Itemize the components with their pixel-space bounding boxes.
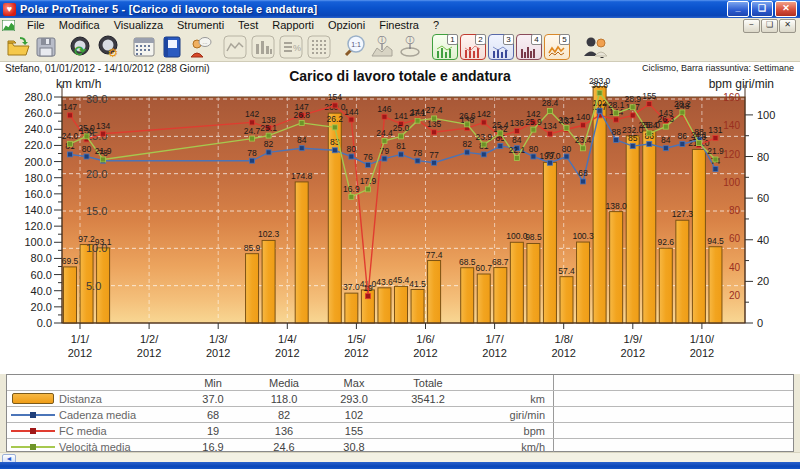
distance-bar-swatch (12, 393, 54, 404)
athletes-button[interactable] (579, 34, 613, 60)
svg-text:25.4: 25.4 (641, 120, 658, 130)
selection-info-button[interactable]: ⓘ (397, 34, 423, 60)
svg-text:60: 60 (729, 233, 741, 244)
svg-text:1/3/: 1/3/ (209, 333, 228, 345)
menu-item-test[interactable]: Test (231, 18, 265, 33)
magnifier-icon: 1:1 (342, 35, 366, 59)
svg-text:80: 80 (757, 151, 769, 163)
minimize-button[interactable]: _ (727, 1, 749, 17)
svg-text:160: 160 (723, 92, 740, 103)
save-button[interactable] (33, 34, 59, 60)
mdi-restore-button[interactable]: ❏ (761, 19, 778, 33)
window-title: Polar ProTrainer 5 - [Carico di lavoro t… (20, 3, 727, 15)
svg-text:1/7/: 1/7/ (485, 333, 504, 345)
menu-item-help[interactable]: ? (426, 18, 446, 33)
svg-text:80: 80 (729, 205, 741, 216)
svg-text:80: 80 (529, 144, 539, 154)
zoom-1to1-button[interactable]: 1:1 (341, 34, 367, 60)
menu-item-visualizza[interactable]: Visualizza (107, 18, 170, 33)
svg-text:92.6: 92.6 (658, 237, 675, 247)
chart-info-button[interactable]: ⓘ (369, 34, 395, 60)
transfer-from-watch-button[interactable]: ⟳ (68, 34, 94, 60)
watch-gear-icon: ⚙ (97, 35, 121, 59)
diary-button[interactable] (159, 34, 185, 60)
svg-text:26.1: 26.1 (558, 115, 575, 125)
bar-chart-view-button[interactable] (250, 34, 276, 60)
svg-text:⟳: ⟳ (74, 43, 86, 59)
svg-text:60: 60 (757, 192, 769, 204)
svg-text:28.4: 28.4 (542, 98, 559, 108)
svg-text:85: 85 (628, 133, 638, 143)
percent-report-button[interactable]: % (278, 34, 304, 60)
report-4-button[interactable]: 4 (516, 34, 542, 60)
svg-text:43.6: 43.6 (376, 277, 393, 287)
menu-item-rapporti[interactable]: Rapporti (265, 18, 321, 33)
report-5-button[interactable]: 5 (544, 34, 570, 60)
svg-text:142: 142 (477, 109, 491, 119)
cadence-line-swatch (11, 414, 55, 416)
row-media: 24.6 (249, 441, 319, 453)
svg-text:147: 147 (63, 102, 77, 112)
svg-text:100: 100 (757, 109, 775, 121)
row-unit: giri/min (467, 409, 553, 421)
menu-item-finestra[interactable]: Finestra (372, 18, 426, 33)
percent-list-icon: % (279, 35, 303, 59)
svg-text:21.9: 21.9 (95, 146, 112, 156)
svg-text:1/5/: 1/5/ (347, 333, 366, 345)
row-label: FC media (59, 425, 177, 437)
svg-text:27.4: 27.4 (426, 105, 443, 115)
svg-text:80: 80 (562, 144, 572, 154)
svg-text:24.0: 24.0 (62, 131, 79, 141)
menu-item-modifica[interactable]: Modifica (52, 18, 107, 33)
col-header-max: Max (319, 377, 389, 389)
report-3-button[interactable]: 3 (488, 34, 514, 60)
title-bar: ♥ Polar ProTrainer 5 - [Carico di lavoro… (0, 0, 800, 18)
restore-button[interactable]: ❏ (751, 1, 773, 17)
ellipse-info-icon: ⓘ (398, 35, 422, 59)
svg-text:81: 81 (396, 141, 406, 151)
row-media: 136 (249, 425, 319, 437)
floppy-disk-icon (36, 37, 56, 57)
report-2-button[interactable]: 2 (460, 34, 486, 60)
menu-item-strumenti[interactable]: Strumenti (170, 18, 231, 33)
svg-text:140.0: 140.0 (24, 204, 52, 216)
row-unit: km (467, 393, 553, 405)
report-3-number: 3 (503, 34, 514, 45)
svg-text:2012: 2012 (621, 347, 645, 359)
svg-text:2012: 2012 (206, 347, 230, 359)
svg-text:140: 140 (723, 120, 740, 131)
mdi-minimize-button[interactable]: − (743, 19, 760, 33)
workload-chart: 0.020.040.060.080.0100.0120.0140.0160.01… (0, 62, 800, 374)
mdi-close-button[interactable]: ✕ (779, 19, 796, 33)
svg-text:2012: 2012 (413, 347, 437, 359)
svg-text:40.0: 40.0 (31, 285, 52, 297)
horizontal-scrollbar[interactable]: ◄ (0, 452, 800, 462)
row-label: Cadenza media (59, 409, 177, 421)
svg-text:97.2: 97.2 (78, 234, 95, 244)
row-max: 102 (319, 409, 389, 421)
menu-item-opzioni[interactable]: Opzioni (321, 18, 372, 33)
col-header-min: Min (177, 377, 249, 389)
svg-text:24.4: 24.4 (376, 128, 393, 138)
report-1-button[interactable]: 1 (432, 34, 458, 60)
svg-text:155: 155 (642, 91, 656, 101)
svg-text:57.4: 57.4 (558, 266, 575, 276)
svg-text:5.0: 5.0 (86, 280, 101, 292)
watch-settings-button[interactable]: ⚙ (96, 34, 122, 60)
athlete-info-button[interactable]: ... (187, 34, 213, 60)
menu-item-file[interactable]: File (20, 18, 52, 33)
svg-text:80: 80 (347, 144, 357, 154)
svg-text:98.5: 98.5 (525, 232, 542, 242)
svg-text:2012: 2012 (275, 347, 299, 359)
curve-view-button[interactable] (222, 34, 248, 60)
row-max: 155 (319, 425, 389, 437)
svg-text:27.1: 27.1 (409, 108, 426, 118)
row-unit: bpm (467, 425, 553, 437)
open-file-button[interactable] (5, 34, 31, 60)
svg-text:94.5: 94.5 (707, 236, 724, 246)
svg-text:127.3: 127.3 (672, 209, 694, 219)
svg-text:134: 134 (543, 121, 557, 131)
close-button[interactable]: ✕ (775, 1, 797, 17)
list-report-button[interactable] (306, 34, 332, 60)
calendar-button[interactable] (131, 34, 157, 60)
